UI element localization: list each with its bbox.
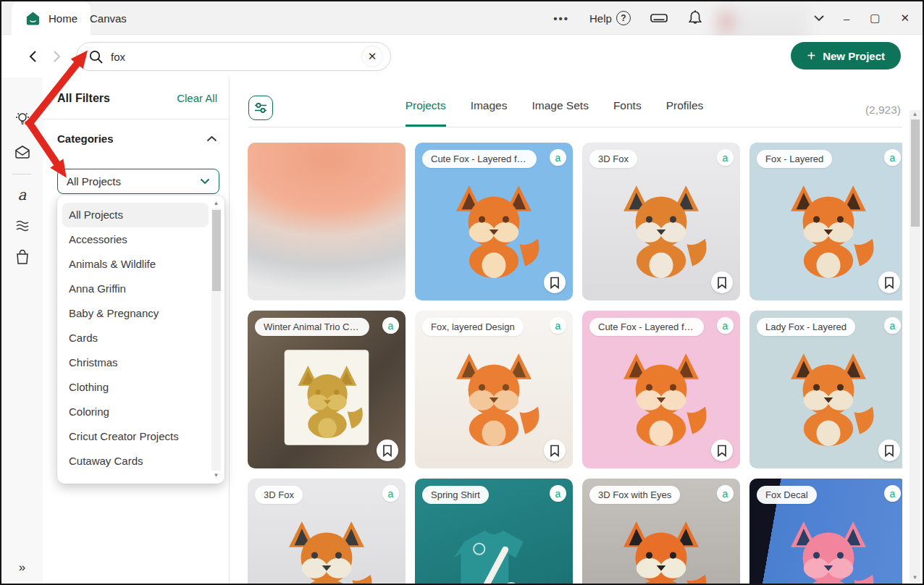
project-card[interactable]: 3D Fox a [582, 143, 740, 300]
scroll-down-icon[interactable]: ▼ [211, 472, 221, 479]
project-card[interactable]: Spring Shirt a [415, 479, 573, 584]
page-scroll-up-icon[interactable]: ▲ [910, 110, 920, 119]
category-option[interactable]: Cricut Creator Projects [57, 424, 224, 449]
titlebar: Home Canvas ••• Help ? – ▢ ✕ [1, 1, 923, 35]
result-tabs: ProjectsImagesImage SetsFontsProfiles [273, 99, 836, 127]
page-scroll-down-icon[interactable]: ▼ [910, 573, 920, 582]
plus-icon: + [807, 48, 815, 64]
expand-rail-button[interactable]: » [1, 560, 43, 575]
bookmark-button[interactable] [711, 272, 733, 293]
titlebar-right: ••• Help ? – ▢ ✕ [553, 1, 923, 35]
dropdown-scrollbar[interactable]: ▲ ▼ [211, 200, 221, 479]
tab-profiles[interactable]: Profiles [666, 99, 704, 127]
project-card[interactable]: 3D Fox a [248, 479, 406, 584]
notifications-bell-icon[interactable] [687, 9, 703, 27]
cricut-design-space-window: Home Canvas ••• Help ? – ▢ ✕ [0, 0, 924, 585]
fox-art [606, 510, 716, 584]
category-select[interactable]: All Projects [57, 169, 219, 194]
page-scroll-thumb[interactable] [911, 119, 920, 227]
project-card[interactable]: Cute Fox - Layered for c... a [582, 311, 740, 468]
fox-art [439, 342, 549, 453]
new-project-button[interactable]: + New Project [791, 42, 901, 70]
back-button[interactable] [23, 47, 42, 66]
tab-projects[interactable]: Projects [406, 99, 446, 127]
project-card[interactable]: Fox - Layered a [749, 143, 902, 300]
category-option[interactable]: Cards [57, 326, 224, 350]
sliders-icon [253, 101, 268, 114]
category-option[interactable]: Christmas [57, 350, 224, 375]
bookmark-button[interactable] [544, 439, 566, 461]
cricut-access-badge-icon: a [884, 317, 901, 334]
categories-section-header[interactable]: Categories [57, 132, 217, 145]
project-card-grid: Cute Fox - Layered for c... a 3D Fox a [248, 143, 902, 584]
cricut-access-badge-icon: a [382, 485, 399, 502]
filters-title: All Filters [57, 92, 110, 105]
fox-art [439, 174, 549, 285]
tab-image-sets[interactable]: Image Sets [532, 99, 588, 127]
search-input[interactable]: fox ✕ [76, 42, 391, 71]
project-title: 3D Fox [255, 486, 303, 504]
bookmark-button[interactable] [878, 439, 900, 461]
cricut-access-badge-icon: a [717, 485, 734, 502]
cricut-access-icon[interactable]: a [1, 182, 43, 207]
bookmark-button[interactable] [544, 272, 566, 293]
fox-art [606, 342, 716, 453]
forward-button[interactable] [48, 47, 67, 66]
maximize-button[interactable]: ▢ [870, 12, 880, 25]
project-card[interactable]: Cute Fox - Layered for c... a [415, 143, 573, 300]
machine-icon[interactable] [650, 10, 668, 26]
tab-images[interactable]: Images [471, 99, 508, 127]
help-button[interactable]: Help ? [589, 11, 631, 25]
cricut-access-badge-icon: a [717, 317, 734, 334]
project-card[interactable]: Fox Decal a [749, 479, 902, 584]
clear-search-button[interactable]: ✕ [361, 46, 383, 67]
scroll-up-icon[interactable]: ▲ [211, 200, 221, 207]
close-button[interactable]: ✕ [900, 12, 910, 25]
category-option[interactable]: Animals & Wildlife [57, 252, 224, 277]
category-option[interactable]: Clothing [57, 375, 224, 400]
shop-bag-icon[interactable] [1, 245, 43, 269]
materials-waves-icon[interactable] [1, 214, 43, 238]
bookmark-button[interactable] [377, 439, 398, 461]
cricut-access-badge-icon: a [884, 149, 901, 166]
category-option[interactable]: Cutaway Cards [57, 449, 224, 474]
project-card[interactable]: Fox, layered Design a [415, 311, 573, 468]
search-value: fox [111, 51, 361, 63]
category-select-value: All Projects [67, 175, 121, 188]
project-card[interactable]: Lady Fox - Layered a [749, 311, 902, 468]
clear-all-link[interactable]: Clear All [177, 92, 217, 104]
category-option[interactable]: Coloring [57, 400, 224, 424]
project-card[interactable]: 3D Fox with Eyes a [582, 479, 740, 584]
account-chevron-down-icon[interactable] [813, 14, 825, 22]
project-title: 3D Fox [589, 150, 637, 168]
cricut-access-badge-icon: a [550, 149, 566, 166]
scroll-thumb[interactable] [212, 210, 221, 291]
project-title: Fox Decal [757, 486, 817, 504]
bookmark-button[interactable] [878, 272, 900, 293]
project-card[interactable] [248, 143, 406, 300]
window-controls: – ▢ ✕ [844, 12, 910, 25]
project-card[interactable]: Winter Animal Trio Card... a [248, 311, 406, 468]
project-title: Spring Shirt [422, 486, 489, 504]
app-tab-canvas[interactable]: Canvas [77, 1, 140, 35]
category-option[interactable]: All Projects [62, 203, 209, 227]
bookmark-button[interactable] [711, 439, 733, 461]
fox-art [773, 342, 883, 453]
minimize-button[interactable]: – [844, 12, 849, 25]
rail-divider [12, 174, 31, 174]
left-rail: a » [1, 77, 43, 584]
category-option[interactable]: Accessories [57, 227, 224, 252]
cricut-access-badge-icon: a [884, 485, 901, 502]
tab-fonts[interactable]: Fonts [613, 99, 642, 127]
overflow-menu-icon[interactable]: ••• [553, 12, 569, 25]
category-option[interactable]: Anna Griffin [57, 277, 224, 301]
cricut-access-badge-icon: a [550, 317, 566, 334]
fox-art [773, 510, 883, 584]
category-dropdown-list: All ProjectsAccessoriesAnimals & Wildlif… [57, 195, 224, 484]
page-scrollbar[interactable]: ▲ ▼ [910, 110, 920, 582]
filter-toggle-button[interactable] [248, 96, 273, 120]
inbox-envelope-icon[interactable] [1, 140, 43, 164]
inspiration-lightbulb-icon[interactable] [1, 106, 43, 131]
category-option[interactable]: Baby & Pregnancy [57, 301, 224, 326]
project-title: Fox - Layered [757, 150, 832, 168]
